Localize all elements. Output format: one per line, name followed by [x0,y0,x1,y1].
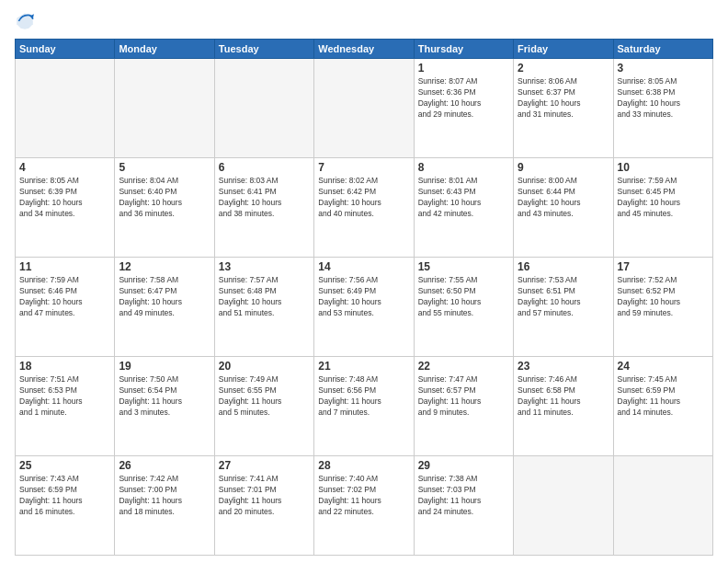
calendar-cell: 8Sunrise: 8:01 AM Sunset: 6:43 PM Daylig… [414,158,513,258]
calendar-cell [613,456,712,556]
day-number: 27 [219,459,310,472]
day-number: 12 [119,260,210,273]
day-number: 9 [518,161,609,174]
calendar-cell: 27Sunrise: 7:41 AM Sunset: 7:01 PM Dayli… [214,456,313,556]
day-info: Sunrise: 7:51 AM Sunset: 6:53 PM Dayligh… [19,374,110,419]
day-number: 7 [318,161,409,174]
calendar-cell: 6Sunrise: 8:03 AM Sunset: 6:41 PM Daylig… [214,158,313,258]
calendar-cell: 22Sunrise: 7:47 AM Sunset: 6:57 PM Dayli… [414,357,513,456]
day-number: 4 [19,161,110,174]
day-number: 23 [518,360,609,373]
calendar-cell: 1Sunrise: 8:07 AM Sunset: 6:36 PM Daylig… [414,59,513,158]
day-info: Sunrise: 7:53 AM Sunset: 6:51 PM Dayligh… [518,275,609,319]
calendar-cell: 14Sunrise: 7:56 AM Sunset: 6:49 PM Dayli… [314,258,414,357]
day-info: Sunrise: 7:41 AM Sunset: 7:01 PM Dayligh… [219,474,310,518]
day-info: Sunrise: 8:02 AM Sunset: 6:42 PM Dayligh… [318,176,409,220]
day-number: 15 [418,260,509,273]
day-info: Sunrise: 7:57 AM Sunset: 6:48 PM Dayligh… [219,275,310,319]
logo [15,11,39,31]
column-header-monday: Monday [115,40,214,59]
calendar-cell: 25Sunrise: 7:43 AM Sunset: 6:59 PM Dayli… [16,456,115,556]
calendar-cell: 2Sunrise: 8:06 AM Sunset: 6:37 PM Daylig… [514,59,613,158]
day-info: Sunrise: 7:42 AM Sunset: 7:00 PM Dayligh… [119,474,210,518]
day-number: 29 [418,459,509,472]
calendar-cell: 10Sunrise: 7:59 AM Sunset: 6:45 PM Dayli… [613,158,712,258]
day-info: Sunrise: 7:52 AM Sunset: 6:52 PM Dayligh… [618,275,709,319]
day-info: Sunrise: 7:59 AM Sunset: 6:45 PM Dayligh… [618,176,709,220]
day-number: 21 [318,360,409,373]
day-number: 10 [618,161,709,174]
day-info: Sunrise: 7:50 AM Sunset: 6:54 PM Dayligh… [119,374,210,419]
calendar-cell: 29Sunrise: 7:38 AM Sunset: 7:03 PM Dayli… [414,456,513,556]
day-info: Sunrise: 8:01 AM Sunset: 6:43 PM Dayligh… [418,176,509,220]
calendar-cell [214,59,313,158]
day-info: Sunrise: 7:43 AM Sunset: 6:59 PM Dayligh… [19,474,110,518]
column-header-thursday: Thursday [414,40,513,59]
day-info: Sunrise: 7:49 AM Sunset: 6:55 PM Dayligh… [219,374,310,419]
calendar-cell: 19Sunrise: 7:50 AM Sunset: 6:54 PM Dayli… [115,357,214,456]
column-header-tuesday: Tuesday [214,40,313,59]
column-header-wednesday: Wednesday [314,40,414,59]
column-header-sunday: Sunday [16,40,115,59]
day-number: 1 [418,62,509,75]
calendar-cell: 28Sunrise: 7:40 AM Sunset: 7:02 PM Dayli… [314,456,414,556]
column-header-saturday: Saturday [613,40,712,59]
day-number: 17 [618,260,709,273]
day-number: 6 [219,161,310,174]
day-number: 19 [119,360,210,373]
day-info: Sunrise: 7:46 AM Sunset: 6:58 PM Dayligh… [518,374,609,419]
day-info: Sunrise: 7:40 AM Sunset: 7:02 PM Dayligh… [318,474,409,518]
logo-icon [15,11,35,31]
page-header [15,11,713,31]
calendar-cell [314,59,414,158]
day-info: Sunrise: 7:38 AM Sunset: 7:03 PM Dayligh… [418,474,509,518]
calendar-cell [115,59,214,158]
day-info: Sunrise: 7:56 AM Sunset: 6:49 PM Dayligh… [318,275,409,319]
day-number: 14 [318,260,409,273]
column-header-friday: Friday [514,40,613,59]
day-number: 8 [418,161,509,174]
day-number: 26 [119,459,210,472]
day-number: 11 [19,260,110,273]
calendar-cell: 12Sunrise: 7:58 AM Sunset: 6:47 PM Dayli… [115,258,214,357]
calendar-cell: 5Sunrise: 8:04 AM Sunset: 6:40 PM Daylig… [115,158,214,258]
day-info: Sunrise: 8:03 AM Sunset: 6:41 PM Dayligh… [219,176,310,220]
day-info: Sunrise: 7:59 AM Sunset: 6:46 PM Dayligh… [19,275,110,319]
calendar-cell: 15Sunrise: 7:55 AM Sunset: 6:50 PM Dayli… [414,258,513,357]
day-number: 28 [318,459,409,472]
calendar-cell: 4Sunrise: 8:05 AM Sunset: 6:39 PM Daylig… [16,158,115,258]
calendar-cell: 16Sunrise: 7:53 AM Sunset: 6:51 PM Dayli… [514,258,613,357]
calendar-cell: 23Sunrise: 7:46 AM Sunset: 6:58 PM Dayli… [514,357,613,456]
day-number: 13 [219,260,310,273]
calendar-cell: 17Sunrise: 7:52 AM Sunset: 6:52 PM Dayli… [613,258,712,357]
calendar-cell: 20Sunrise: 7:49 AM Sunset: 6:55 PM Dayli… [214,357,313,456]
calendar-cell: 13Sunrise: 7:57 AM Sunset: 6:48 PM Dayli… [214,258,313,357]
day-info: Sunrise: 7:48 AM Sunset: 6:56 PM Dayligh… [318,374,409,419]
day-info: Sunrise: 8:06 AM Sunset: 6:37 PM Dayligh… [518,76,609,121]
calendar-cell: 26Sunrise: 7:42 AM Sunset: 7:00 PM Dayli… [115,456,214,556]
day-number: 22 [418,360,509,373]
calendar-cell [16,59,115,158]
day-info: Sunrise: 8:04 AM Sunset: 6:40 PM Dayligh… [119,176,210,220]
calendar-cell: 3Sunrise: 8:05 AM Sunset: 6:38 PM Daylig… [613,59,712,158]
day-info: Sunrise: 8:05 AM Sunset: 6:39 PM Dayligh… [19,176,110,220]
calendar-cell: 21Sunrise: 7:48 AM Sunset: 6:56 PM Dayli… [314,357,414,456]
day-number: 5 [119,161,210,174]
day-info: Sunrise: 7:55 AM Sunset: 6:50 PM Dayligh… [418,275,509,319]
day-info: Sunrise: 7:47 AM Sunset: 6:57 PM Dayligh… [418,374,509,419]
calendar-cell [514,456,613,556]
calendar-cell: 7Sunrise: 8:02 AM Sunset: 6:42 PM Daylig… [314,158,414,258]
day-number: 2 [518,62,609,75]
day-number: 16 [518,260,609,273]
day-info: Sunrise: 7:45 AM Sunset: 6:59 PM Dayligh… [618,374,709,419]
calendar-table: SundayMondayTuesdayWednesdayThursdayFrid… [15,39,713,556]
calendar-cell: 18Sunrise: 7:51 AM Sunset: 6:53 PM Dayli… [16,357,115,456]
calendar-cell: 9Sunrise: 8:00 AM Sunset: 6:44 PM Daylig… [514,158,613,258]
calendar-cell: 24Sunrise: 7:45 AM Sunset: 6:59 PM Dayli… [613,357,712,456]
day-number: 18 [19,360,110,373]
day-info: Sunrise: 7:58 AM Sunset: 6:47 PM Dayligh… [119,275,210,319]
day-info: Sunrise: 8:07 AM Sunset: 6:36 PM Dayligh… [418,76,509,121]
calendar-cell: 11Sunrise: 7:59 AM Sunset: 6:46 PM Dayli… [16,258,115,357]
day-number: 3 [618,62,709,75]
day-info: Sunrise: 8:00 AM Sunset: 6:44 PM Dayligh… [518,176,609,220]
